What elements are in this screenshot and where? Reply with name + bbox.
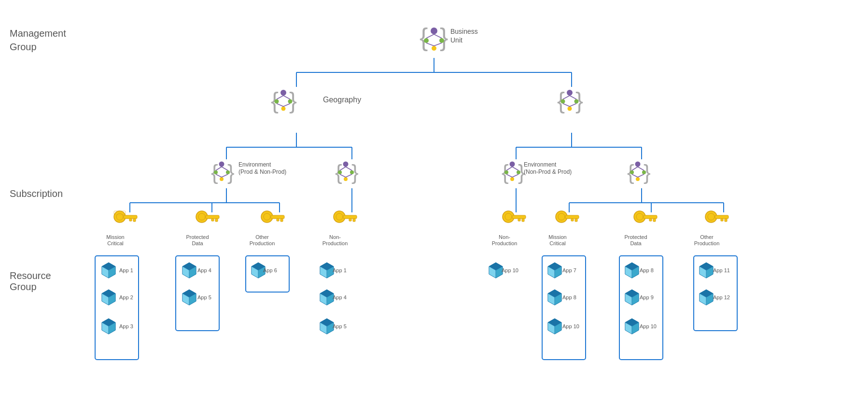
svg-rect-112 [343,215,357,219]
svg-point-111 [336,213,343,220]
app-1-left-label: App 1 [119,267,133,273]
app-10-nonprod-right-cube [489,263,503,278]
app-10-right-mc-cube [548,319,561,334]
svg-point-48 [574,99,579,104]
app-5-nonprod-left-label: App 5 [333,323,347,329]
svg-rect-134 [721,219,723,221]
svg-text:}: } [440,23,448,51]
app-8-right-mc-cube [548,290,561,305]
sub-non-prod-left-key [334,211,357,223]
svg-rect-127 [644,215,657,219]
svg-point-87 [630,170,634,174]
sub-protected-data-right-key [634,211,657,223]
svg-point-79 [510,177,514,181]
svg-point-46 [567,90,573,96]
app-10-right-mc-label: App 10 [562,323,579,329]
app-3-left-label: App 3 [119,323,133,329]
app-8-right-mc-label: App 8 [562,294,576,300]
svg-rect-114 [349,219,351,221]
root-label: Business [450,28,478,35]
svg-rect-113 [353,219,355,222]
app-5-left-label: App 5 [197,294,211,300]
sub-non-prod-left-label1: Non- [329,234,341,240]
svg-rect-98 [129,219,132,221]
svg-point-69 [344,177,348,181]
svg-rect-103 [215,219,218,222]
left-env-label1: Environment [238,161,271,168]
main-diagram-svg: { } Business Unit { } [24,10,844,396]
svg-rect-128 [653,219,656,222]
app-3-left-cube [102,319,115,334]
svg-point-57 [214,170,218,174]
app-2-left-cube [102,290,115,305]
app-10-right-pd-label: App 10 [640,323,657,329]
app-5-left-cube [182,290,196,305]
app-10-right-pd-cube [625,319,639,334]
svg-point-121 [558,213,565,220]
svg-point-77 [504,170,508,174]
svg-point-38 [288,99,293,104]
sub-mission-critical-left-label1: Mission [106,234,124,240]
app-11-right-cube [700,263,713,278]
sub-protected-data-right-label2: Data [630,240,642,246]
svg-point-59 [220,177,224,181]
svg-point-67 [338,170,342,174]
app-6-left-label: App 6 [263,267,277,273]
sub-protected-data-left-label1: Protected [186,234,209,240]
svg-point-37 [275,99,279,104]
left-env-icon: { } [211,160,235,184]
sub-other-prod-left-label1: Other [255,234,269,240]
svg-point-78 [517,170,520,174]
app-4-left-label: App 4 [197,267,211,273]
sub-protected-data-left-label2: Data [192,240,203,246]
svg-rect-109 [277,219,279,221]
app-1-nonprod-left-cube [320,263,334,278]
app-10-nonprod-right-label: App 10 [502,267,518,273]
app-2-left-label: App 2 [119,294,133,300]
app-4-nonprod-left-cube [320,290,334,305]
svg-rect-96 [124,215,137,219]
app-12-right-cube [700,290,713,305]
svg-text:{: { [420,23,428,51]
svg-rect-133 [725,219,727,222]
svg-rect-97 [133,219,136,222]
svg-rect-132 [715,215,728,219]
svg-point-76 [510,162,515,167]
app-5-nonprod-left-cube [320,319,334,334]
geography-label: Geography [323,96,361,104]
sub-mission-critical-left-key [114,211,137,223]
svg-point-29 [432,46,436,51]
tier-label-management: ManagementGroup [10,27,66,54]
svg-point-36 [280,90,286,96]
svg-point-106 [264,213,270,220]
sub-non-prod-left-label2: Production [322,240,348,246]
svg-rect-102 [206,215,219,219]
svg-point-95 [116,213,123,220]
svg-point-28 [439,38,444,43]
app-7-right-label: App 7 [562,267,576,273]
svg-rect-118 [522,219,524,222]
left-env-label2: (Prod & Non-Prod) [238,168,286,175]
root-label2: Unit [450,36,462,44]
app-1-nonprod-left-label: App 1 [333,267,347,273]
svg-rect-124 [571,219,574,221]
svg-rect-123 [575,219,577,222]
svg-rect-104 [211,219,214,221]
sub-other-prod-left-key [261,211,284,223]
svg-point-56 [219,162,224,167]
diagram-container: ManagementGroup Subscription ResourceGro… [0,0,868,405]
right-env-label2: (Non-Prod & Prod) [524,168,572,175]
sub-other-prod-right-key [705,211,728,223]
app-8-right-pd-label: App 8 [640,267,654,273]
svg-point-58 [226,170,230,174]
root-mgmt-icon: { } [420,23,448,51]
app-9-right-pd-cube [625,290,639,305]
tier-label-subscription: Subscription [10,188,63,199]
svg-point-47 [561,99,565,104]
app-4-left-cube [182,263,196,278]
svg-point-66 [343,162,349,167]
app-7-right-cube [548,263,561,278]
sub-mission-critical-right-label2: Critical [549,240,566,246]
app-8-right-pd-cube [625,263,639,278]
svg-rect-129 [649,219,652,221]
